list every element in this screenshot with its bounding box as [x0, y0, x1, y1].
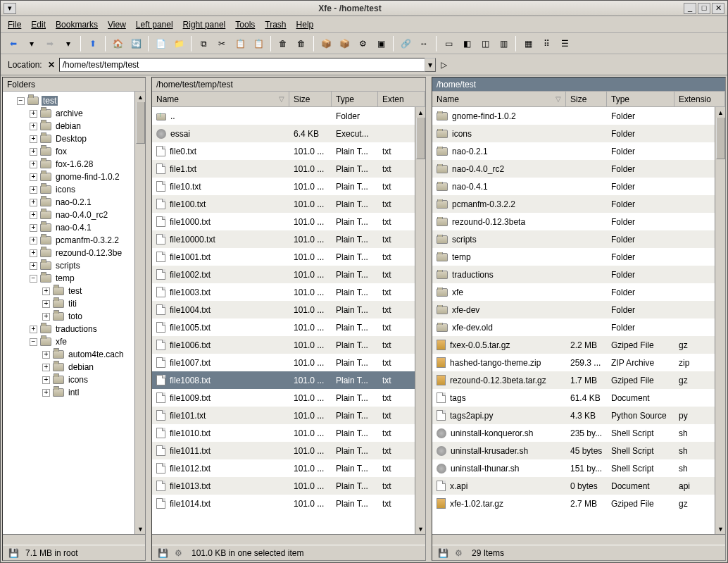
mid-scroll-h[interactable] [152, 534, 425, 545]
tree-expand-icon[interactable]: + [42, 389, 50, 397]
forward-menu-button[interactable]: ▾ [60, 35, 77, 52]
tree-item-label[interactable]: fox-1.6.28 [54, 159, 94, 169]
minimize-button[interactable]: _ [684, 3, 696, 14]
tree-item-label[interactable]: icons [54, 185, 77, 194]
tree-item[interactable]: +traductions [4, 323, 144, 335]
scrollbar-vertical[interactable]: ▲▼ [415, 107, 425, 534]
mid-list[interactable]: ↑..Folderessai6.4 KBExecut...file0.txt10… [152, 107, 425, 534]
tree-expand-icon[interactable]: + [30, 326, 37, 333]
file-row[interactable]: file0.txt101.0 ...Plain T...txt [152, 142, 425, 160]
app-menu-icon[interactable]: ▾ [4, 3, 16, 14]
file-row[interactable]: uninstall-krusader.sh45 bytesShell Scrip… [432, 442, 725, 459]
tree-expand-icon[interactable]: + [30, 135, 37, 143]
maximize-button[interactable]: □ [698, 3, 710, 14]
tree-item-label[interactable]: titi [67, 299, 78, 309]
col-type[interactable]: Type [607, 92, 674, 106]
scrollbar-horizontal[interactable] [3, 534, 145, 545]
splitter-left[interactable] [147, 75, 150, 562]
cut-button[interactable]: ✂ [213, 35, 230, 52]
tree-expand-icon[interactable]: − [30, 338, 37, 346]
go-button[interactable]: ▷ [439, 58, 450, 72]
splitter-right[interactable] [427, 75, 430, 562]
terminal-button[interactable]: ▣ [372, 35, 389, 52]
view-icons-button[interactable]: ▦ [520, 35, 536, 52]
file-row[interactable]: iconsFolder [432, 125, 725, 142]
new-file-button[interactable]: 📄 [152, 35, 169, 52]
tree-item-label[interactable]: debian [54, 121, 82, 131]
tree-item[interactable]: +test [4, 285, 144, 297]
col-name[interactable]: Name▽ [432, 92, 566, 106]
file-row[interactable]: tags2api.py4.3 KBPython Sourcepy [432, 407, 725, 424]
file-row[interactable]: file1008.txt101.0 ...Plain T...txt [152, 371, 425, 389]
tree-item-label[interactable]: pcmanfm-0.3.2.2 [54, 235, 120, 245]
file-row[interactable]: ↑..Folder [152, 107, 425, 125]
file-row[interactable]: file1012.txt101.0 ...Plain T...txt [152, 459, 425, 477]
delete-button[interactable]: 🗑 [293, 35, 310, 52]
tree-expand-icon[interactable]: + [30, 199, 37, 206]
panel-tree-button[interactable]: ◧ [458, 35, 475, 52]
file-row[interactable]: file10.txt101.0 ...Plain T...txt [152, 178, 425, 195]
col-ext[interactable]: Extensio [674, 92, 725, 106]
file-row[interactable]: tags61.4 KBDocument [432, 389, 725, 407]
right-list[interactable]: gnome-find-1.0.2FoldericonsFoldernao-0.2… [432, 107, 725, 534]
tree-item[interactable]: +titi [4, 297, 144, 310]
file-row[interactable]: file1000.txt101.0 ...Plain T...txt [152, 213, 425, 230]
tree-item-label[interactable]: archive [54, 109, 84, 118]
tree-item[interactable]: −test [4, 94, 144, 107]
file-row[interactable]: file1014.txt101.0 ...Plain T...txt [152, 495, 425, 512]
tree-item[interactable]: +scripts [4, 259, 144, 272]
sync-button[interactable]: 🔗 [397, 35, 414, 52]
tree-expand-icon[interactable]: + [42, 287, 50, 295]
tree-item-label[interactable]: fox [54, 147, 68, 156]
file-row[interactable]: x.api0 bytesDocumentapi [432, 477, 725, 495]
tree-item-label[interactable]: test [42, 96, 58, 106]
tree-expand-icon[interactable]: + [42, 376, 50, 384]
menu-bookmarks[interactable]: Bookmarks [56, 20, 98, 30]
tree-item-label[interactable]: traductions [54, 324, 99, 334]
file-row[interactable]: file1001.txt101.0 ...Plain T...txt [152, 248, 425, 266]
paste-button[interactable]: 📋 [232, 35, 249, 52]
tree-item[interactable]: +fox [4, 145, 144, 158]
tree-expand-icon[interactable]: + [30, 173, 37, 181]
mount-button[interactable]: 📦 [318, 35, 334, 52]
tree-expand-icon[interactable]: + [42, 364, 50, 371]
file-row[interactable]: traductionsFolder [432, 266, 725, 283]
up-button[interactable]: ⬆ [84, 35, 101, 52]
scrollbar-vertical[interactable]: ▲▼ [134, 92, 145, 534]
file-row[interactable]: file1011.txt101.0 ...Plain T...txt [152, 442, 425, 459]
tree-expand-icon[interactable]: − [30, 275, 37, 283]
file-row[interactable]: fxex-0.0.5.tar.gz2.2 MBGziped Filegz [432, 336, 725, 354]
file-row[interactable]: file1004.txt101.0 ...Plain T...txt [152, 301, 425, 318]
tree-expand-icon[interactable]: + [42, 300, 50, 308]
file-row[interactable]: file1009.txt101.0 ...Plain T...txt [152, 389, 425, 407]
back-menu-button[interactable]: ▾ [23, 35, 40, 52]
file-row[interactable]: rezound-0.12.3betaFolder [432, 213, 725, 230]
file-row[interactable]: tempFolder [432, 248, 725, 266]
panel-one-button[interactable]: ▭ [440, 35, 457, 52]
view-small-button[interactable]: ⠿ [538, 35, 555, 52]
panel-tree-two-button[interactable]: ▥ [495, 35, 512, 52]
file-row[interactable]: nao-0.2.1Folder [432, 142, 725, 160]
home-button[interactable]: 🏠 [109, 35, 126, 52]
tree-item-label[interactable]: Desktop [54, 134, 88, 144]
tree-item-label[interactable]: temp [54, 273, 76, 283]
tree-expand-icon[interactable]: − [17, 97, 25, 105]
tree-item-label[interactable]: icons [67, 375, 89, 385]
tree-item[interactable]: +debian [4, 361, 144, 373]
file-row[interactable]: file1007.txt101.0 ...Plain T...txt [152, 354, 425, 371]
file-row[interactable]: file101.txt101.0 ...Plain T...txt [152, 407, 425, 424]
tree-item[interactable]: +gnome-find-1.0.2 [4, 171, 144, 183]
menu-file[interactable]: File [8, 20, 21, 30]
file-row[interactable]: xfe-dev.oldFolder [432, 318, 725, 336]
tree-item[interactable]: +intl [4, 386, 144, 399]
tree-item[interactable]: +nao-0.4.1 [4, 221, 144, 234]
tree-item-label[interactable]: gnome-find-1.0.2 [54, 172, 121, 182]
scrollbar-vertical[interactable]: ▲▼ [715, 107, 725, 534]
file-row[interactable]: nao-0.4.1Folder [432, 178, 725, 195]
file-row[interactable]: file1006.txt101.0 ...Plain T...txt [152, 336, 425, 354]
file-row[interactable]: gnome-find-1.0.2Folder [432, 107, 725, 125]
tree-item-label[interactable]: intl [67, 388, 80, 397]
file-row[interactable]: file1.txt101.0 ...Plain T...txt [152, 160, 425, 178]
menu-left-panel[interactable]: Left panel [136, 20, 173, 30]
tree-item-label[interactable]: nao-0.4.0_rc2 [54, 210, 109, 220]
